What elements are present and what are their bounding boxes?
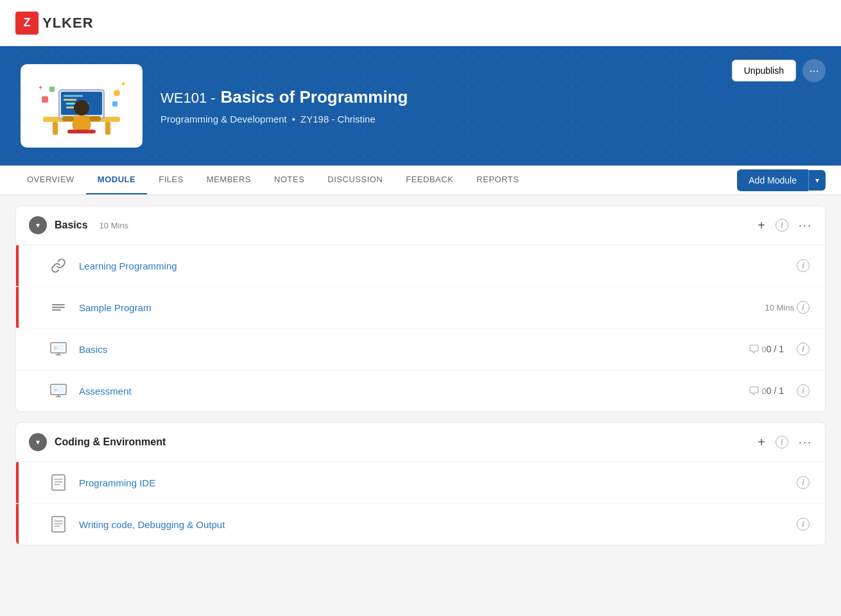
item-assessment-comment: 0 (749, 386, 767, 396)
logo-text: YLKER (42, 15, 94, 31)
tabs-actions: Add Module ▾ (737, 169, 826, 191)
module-coding-environment: ▾ Coding & Environment + i ··· (15, 422, 826, 545)
course-thumbnail: ✦ ✦ (21, 64, 143, 148)
item-learning-programming-title[interactable]: Learning Programming (79, 261, 794, 271)
item-basics-lesson-title[interactable]: Basics (79, 344, 741, 355)
course-code: WE101 - (160, 90, 216, 107)
item-assessment-score: 0 / 1 (767, 386, 784, 396)
meta-separator: • (292, 114, 295, 124)
module-coding-more-button[interactable]: ··· (799, 436, 812, 449)
svg-rect-12 (73, 116, 91, 130)
add-module-chevron-button[interactable]: ▾ (808, 170, 826, 191)
item-basics-lesson: ▷ Basics 0 0 / 1 i (16, 329, 825, 370)
tab-feedback[interactable]: FEEDBACK (394, 166, 465, 194)
svg-rect-1 (53, 122, 58, 135)
item-accent-bar (16, 504, 19, 545)
svg-point-11 (74, 100, 89, 116)
course-banner: ✦ ✦ WE101 - Basics of Programming Progra… (0, 46, 841, 166)
info-icon: i (797, 518, 810, 531)
svg-rect-13 (62, 116, 74, 121)
doc-lines2-icon (47, 513, 70, 536)
tab-discussion[interactable]: DISCUSSION (316, 166, 394, 194)
tab-members[interactable]: MEMBERS (195, 166, 263, 194)
svg-rect-6 (64, 99, 76, 101)
svg-point-18 (114, 90, 120, 96)
plus-icon: + (758, 218, 765, 233)
item-writing-code-info-button[interactable]: i (794, 515, 812, 533)
module-coding-collapse-button[interactable]: ▾ (29, 433, 47, 451)
svg-rect-16 (42, 96, 48, 103)
course-meta: Programming & Development • ZY198 - Chri… (160, 114, 820, 124)
item-sample-program-info-button[interactable]: i (794, 298, 812, 316)
tab-files[interactable]: FILES (147, 166, 195, 194)
module-coding-name: Coding & Environment (55, 436, 166, 448)
course-code-line: WE101 - Basics of Programming (160, 87, 820, 107)
item-accent-bar (16, 245, 19, 286)
module-basics-more-button[interactable]: ··· (799, 219, 812, 232)
plus-icon: + (758, 435, 765, 450)
item-basics-comment-count: 0 (762, 345, 767, 354)
info-icon: i (776, 436, 788, 449)
svg-rect-35 (52, 475, 65, 490)
item-assessment-title[interactable]: Assessment (79, 386, 741, 397)
more-horiz-icon: ··· (799, 219, 812, 232)
module-basics-duration: 10 Mins (100, 221, 129, 230)
link-icon (47, 254, 70, 277)
module-basics-add-button[interactable]: + (758, 218, 765, 233)
doc-lines-icon (47, 471, 70, 494)
item-accent-bar (16, 287, 19, 328)
more-options-button[interactable]: ··· (802, 59, 826, 82)
item-programming-ide-title[interactable]: Programming IDE (79, 477, 794, 488)
info-icon: i (797, 343, 810, 355)
info-icon: i (797, 259, 810, 272)
unpublish-button[interactable]: Unpublish (732, 60, 796, 81)
item-basics-comment: 0 (749, 345, 767, 354)
item-writing-code-title[interactable]: Writing code, Debugging & Output (79, 519, 794, 530)
info-icon: i (797, 476, 810, 489)
add-module-button[interactable]: Add Module (737, 169, 808, 191)
item-writing-code: Writing code, Debugging & Output i (16, 504, 825, 545)
svg-rect-14 (89, 116, 101, 121)
item-basics-score: 0 / 1 (767, 344, 784, 354)
module-coding-actions: + i ··· (758, 435, 812, 450)
tab-notes[interactable]: NOTES (263, 166, 316, 194)
module-basics-actions: + i ··· (758, 218, 812, 233)
logo: Z YLKER (15, 12, 94, 35)
content-area: ▾ Basics 10 Mins + i ··· (0, 195, 841, 566)
item-accent-bar (16, 462, 19, 503)
info-icon: i (797, 301, 810, 314)
item-learning-programming-info-button[interactable]: i (794, 257, 812, 275)
banner-info: WE101 - Basics of Programming Programmin… (160, 87, 820, 124)
module-coding-info-button[interactable]: i (776, 436, 788, 449)
item-programming-ide-info-button[interactable]: i (794, 474, 812, 492)
more-horiz-icon: ··· (799, 436, 812, 449)
banner-actions: Unpublish ··· (732, 59, 826, 82)
course-title: Basics of Programming (221, 87, 408, 107)
svg-rect-5 (64, 95, 83, 97)
tab-reports[interactable]: REPORTS (465, 166, 530, 194)
module-coding-add-button[interactable]: + (758, 435, 765, 450)
item-sample-program-title[interactable]: Sample Program (79, 302, 758, 313)
course-instructor: ZY198 - Christine (300, 114, 376, 124)
svg-text:▷: ▷ (55, 388, 57, 391)
module-basics-info-button[interactable]: i (776, 219, 788, 232)
tab-module[interactable]: MODULE (86, 166, 147, 194)
tabs-bar: OVERVIEW MODULE FILES MEMBERS NOTES DISC… (0, 166, 841, 195)
tab-overview[interactable]: OVERVIEW (15, 166, 86, 194)
module-basics-collapse-button[interactable]: ▾ (29, 216, 47, 234)
monitor-icon: ▷ (47, 338, 70, 361)
top-bar: Z YLKER (0, 0, 841, 46)
svg-rect-17 (49, 87, 55, 92)
item-basics-lesson-info-button[interactable]: i (794, 340, 812, 358)
item-learning-programming: Learning Programming i (16, 245, 825, 287)
item-sample-program-duration: 10 Mins (765, 303, 794, 312)
svg-rect-19 (112, 101, 117, 107)
item-sample-program: Sample Program 10 Mins i (16, 287, 825, 329)
module-basics: ▾ Basics 10 Mins + i ··· (15, 205, 826, 412)
chevron-down-icon: ▾ (36, 438, 40, 447)
info-icon: i (776, 219, 788, 232)
svg-text:▷: ▷ (55, 346, 57, 350)
item-programming-ide: Programming IDE i (16, 462, 825, 504)
logo-icon: Z (15, 12, 39, 35)
item-assessment-info-button[interactable]: i (794, 382, 812, 400)
